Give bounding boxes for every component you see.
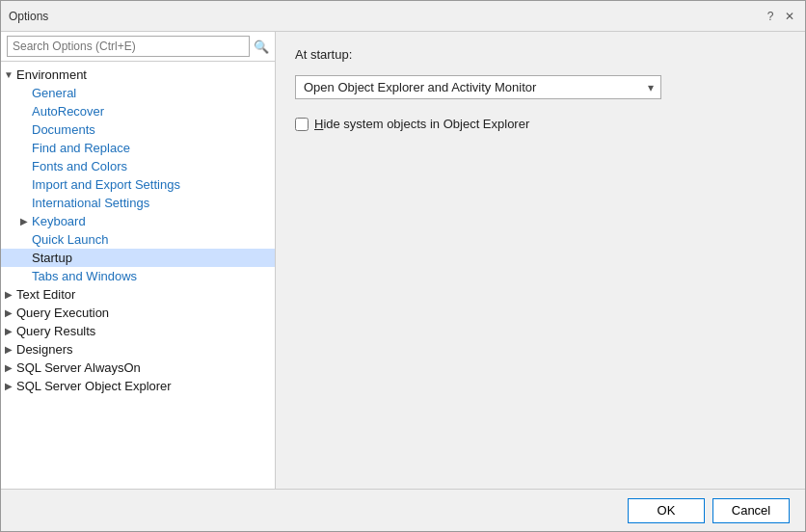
tree-item-label: Query Results [16,324,95,338]
tree-item-sql-always-on[interactable]: ▶SQL Server AlwaysOn [1,359,275,377]
expand-icon [16,88,32,98]
tree-item-text-editor[interactable]: ▶Text Editor [1,285,275,304]
expand-icon: ▶ [1,289,16,300]
tree-item-label: International Settings [32,196,149,210]
dialog-title: Options [9,10,48,23]
tree-item-startup[interactable]: Startup [1,249,275,267]
startup-dropdown[interactable]: Open Object Explorer and Activity Monito… [295,75,661,99]
search-box: 🔍 [1,32,275,62]
checkbox-row: Hide system objects in Object Explorer [295,117,786,131]
tree-item-label: Keyboard [32,214,86,228]
tree-item-label: Startup [32,251,72,265]
tree-item-label: Designers [16,342,73,357]
at-startup-label: At startup: [295,47,786,62]
tree-item-label: Tabs and Windows [32,269,137,283]
ok-button[interactable]: OK [628,498,705,523]
expand-icon [16,179,32,190]
indent [1,269,16,283]
startup-dropdown-wrapper: Open Object Explorer and Activity Monito… [295,75,661,99]
right-panel: At startup: Open Object Explorer and Act… [276,32,805,489]
tree-item-label: Find and Replace [32,141,130,155]
tree-item-documents[interactable]: Documents [1,120,275,139]
expand-icon [16,124,32,135]
close-button[interactable]: ✕ [782,9,797,24]
titlebar: Options ? ✕ [1,1,805,32]
expand-icon: ▶ [1,344,16,355]
tree-item-fonts-colors[interactable]: Fonts and Colors [1,157,275,175]
tree-item-label: Text Editor [16,287,75,302]
expand-icon [16,161,32,172]
indent [1,104,16,119]
expand-icon: ▼ [1,69,16,80]
tree-item-import-export[interactable]: Import and Export Settings [1,175,275,194]
options-dialog: Options ? ✕ 🔍 ▼Environment General AutoR… [0,0,806,532]
help-button[interactable]: ? [763,9,778,24]
cancel-button[interactable]: Cancel [712,498,790,523]
bottom-bar: OK Cancel [1,489,805,531]
expand-icon [16,253,32,263]
tree-item-tabs-windows[interactable]: Tabs and Windows [1,267,275,285]
indent [1,122,16,137]
indent [1,86,16,100]
tree-item-query-execution[interactable]: ▶Query Execution [1,304,275,322]
indent [1,159,16,173]
expand-icon: ▶ [1,307,16,318]
tree-item-keyboard[interactable]: ▶Keyboard [1,212,275,230]
tree-item-quick-launch[interactable]: Quick Launch [1,230,275,249]
tree: ▼Environment General AutoRecover Documen… [1,62,275,489]
tree-item-designers[interactable]: ▶Designers [1,340,275,359]
tree-item-label: Documents [32,122,95,137]
tree-item-label: Quick Launch [32,232,109,247]
dialog-body: 🔍 ▼Environment General AutoRecover Docum… [1,32,805,489]
tree-item-label: AutoRecover [32,104,104,119]
expand-icon: ▶ [1,326,16,336]
tree-item-international[interactable]: International Settings [1,194,275,212]
tree-item-label: Fonts and Colors [32,159,127,173]
tree-item-label: SQL Server AlwaysOn [16,360,141,375]
indent [1,141,16,155]
right-spacer [295,145,786,473]
tree-item-label: SQL Server Object Explorer [16,379,172,393]
expand-icon: ▶ [1,381,16,391]
indent [1,232,16,247]
indent [1,214,16,228]
indent [1,196,16,210]
expand-icon: ▶ [16,216,32,226]
search-icon: 🔍 [254,40,269,54]
titlebar-controls: ? ✕ [763,9,797,24]
expand-icon [16,234,32,245]
tree-item-environment[interactable]: ▼Environment [1,66,275,84]
tree-item-sql-object-explorer[interactable]: ▶SQL Server Object Explorer [1,377,275,395]
hide-system-objects-label: Hide system objects in Object Explorer [314,117,529,131]
expand-icon [16,106,32,117]
expand-icon [16,198,32,208]
tree-item-label: Environment [16,67,87,82]
tree-item-autorecover[interactable]: AutoRecover [1,102,275,120]
tree-item-query-results[interactable]: ▶Query Results [1,322,275,340]
hide-system-objects-checkbox[interactable] [295,118,309,131]
tree-item-label: Query Execution [16,306,109,320]
expand-icon [16,143,32,153]
expand-icon [16,271,32,281]
left-panel: 🔍 ▼Environment General AutoRecover Docum… [1,32,276,489]
tree-item-label: General [32,86,76,100]
indent [1,251,16,265]
indent [1,177,16,192]
search-input[interactable] [7,36,250,57]
expand-icon: ▶ [1,362,16,373]
tree-item-label: Import and Export Settings [32,177,180,192]
tree-item-general[interactable]: General [1,84,275,102]
tree-item-find-replace[interactable]: Find and Replace [1,139,275,157]
